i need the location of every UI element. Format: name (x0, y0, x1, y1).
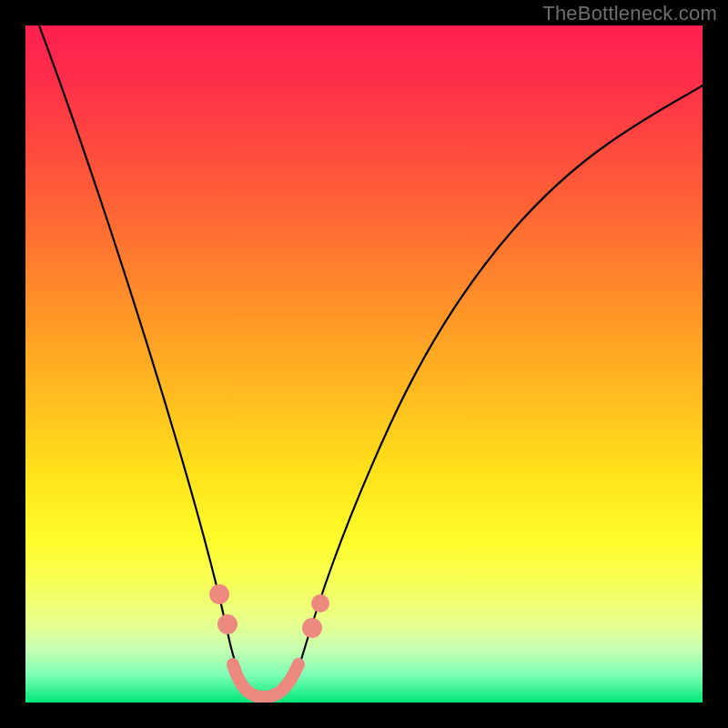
bottleneck-curve (39, 25, 703, 698)
watermark-text: TheBottleneck.com (542, 2, 717, 25)
chart-svg (25, 25, 703, 703)
left-marker-upper (209, 584, 229, 604)
trough-arc (233, 664, 298, 697)
plot-area (25, 25, 703, 703)
right-marker-lower (302, 618, 322, 638)
right-marker-upper (311, 594, 329, 612)
left-marker-lower (217, 614, 238, 634)
marker-group (209, 584, 329, 697)
outer-frame: TheBottleneck.com (0, 0, 728, 728)
